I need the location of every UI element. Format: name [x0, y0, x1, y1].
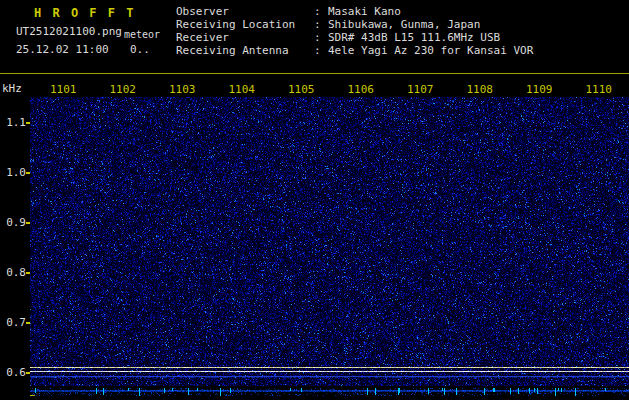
info-value: 4ele Yagi Az 230 for Kansai VOR: [328, 44, 533, 57]
info-value: Shibukawa, Gunma, Japan: [328, 18, 480, 31]
y-tick-label: 1.0: [0, 167, 26, 179]
info-row: Receiving Antenna:4ele Yagi Az 230 for K…: [176, 44, 533, 57]
observation-datetime: 25.12.02 11:00: [16, 43, 109, 56]
x-tick-label: 1105: [288, 84, 315, 96]
info-row: Receiver:SDR# 43dB L15 111.6MHz USB: [176, 31, 533, 44]
y-tick-label: 0.9: [0, 217, 26, 229]
x-tick-label: 1109: [526, 84, 553, 96]
echo-counter: 0..: [130, 43, 150, 56]
info-row: Receiving Location:Shibukawa, Gunma, Jap…: [176, 18, 533, 31]
info-label: Receiving Antenna: [176, 44, 314, 57]
header-separator-line: [0, 73, 629, 74]
x-tick-label: 1104: [229, 84, 256, 96]
info-colon: :: [314, 44, 328, 57]
info-colon: :: [314, 5, 328, 18]
mode-label: meteor: [124, 29, 160, 40]
y-tick-label: 0.7: [0, 317, 26, 329]
x-tick-label: 1103: [169, 84, 196, 96]
x-tick-label: 1106: [348, 84, 375, 96]
info-value: SDR# 43dB L15 111.6MHz USB: [328, 31, 500, 44]
info-value: Masaki Kano: [328, 5, 401, 18]
info-label: Observer: [176, 5, 314, 18]
info-label: Receiver: [176, 31, 314, 44]
app-title: H R O F F T: [34, 6, 135, 20]
x-tick-label: 1108: [467, 84, 494, 96]
y-axis-unit-label: kHz: [2, 82, 22, 95]
y-tick-label: 0.8: [0, 267, 26, 279]
spectrogram-canvas: [30, 97, 629, 386]
info-colon: :: [314, 18, 328, 31]
header-info: Observer:Masaki KanoReceiving Location:S…: [176, 5, 533, 57]
x-tick-label: 1110: [586, 84, 613, 96]
x-tick-label: 1101: [50, 84, 77, 96]
info-row: Observer:Masaki Kano: [176, 5, 533, 18]
y-tick-label: 1.1: [0, 117, 26, 129]
output-filename: UT2512021100.png: [16, 25, 122, 38]
hrofft-screen: H R O F F T UT2512021100.png meteor 25.1…: [0, 0, 629, 400]
info-colon: :: [314, 31, 328, 44]
x-tick-label: 1107: [407, 84, 434, 96]
info-label: Receiving Location: [176, 18, 314, 31]
x-tick-label: 1102: [110, 84, 137, 96]
signal-meter-canvas: [30, 386, 629, 400]
y-tick-label: 0.6: [0, 367, 26, 379]
